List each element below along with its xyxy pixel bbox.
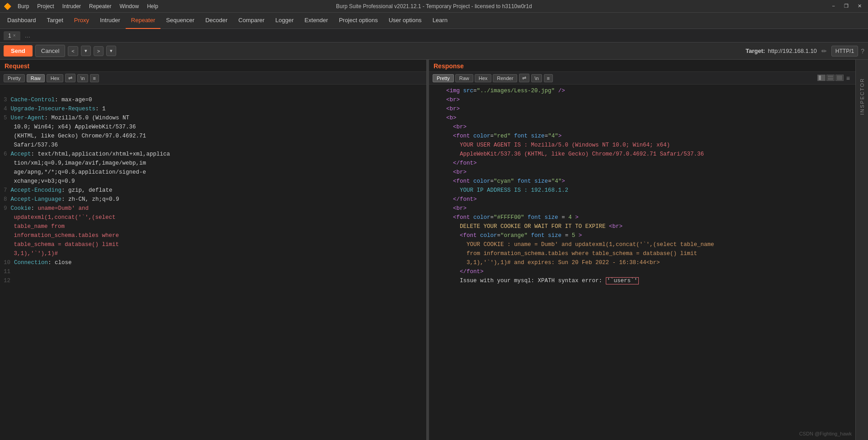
send-button[interactable]: Send	[4, 45, 33, 57]
edit-target-button[interactable]: ✏	[820, 47, 829, 56]
nav-dashboard[interactable]: Dashboard	[2, 13, 42, 29]
menu-help[interactable]: Help	[143, 2, 162, 10]
request-code-area[interactable]: 3Cache-Control: max-age=0 4Upgrade-Insec…	[0, 85, 426, 440]
http-version-selector[interactable]: HTTP/1	[831, 46, 858, 57]
close-button[interactable]: ✕	[855, 2, 864, 10]
nav-forward-button[interactable]: >	[94, 46, 104, 56]
layout-horizontal-icon[interactable]	[817, 75, 826, 81]
response-raw-btn[interactable]: Raw	[455, 74, 473, 82]
svg-rect-1	[821, 76, 824, 80]
response-render-btn[interactable]: Render	[493, 74, 517, 82]
target-url: http://192.168.1.10	[768, 47, 816, 54]
request-hex-btn[interactable]: Hex	[47, 74, 64, 82]
tab-overflow[interactable]: …	[22, 32, 33, 39]
layout-menu-icon[interactable]: ≡	[844, 75, 852, 82]
request-newline-icon[interactable]: \n	[77, 74, 88, 82]
nav-intruder[interactable]: Intruder	[94, 13, 126, 29]
layout-icons: ≡	[817, 75, 852, 82]
menu-repeater[interactable]: Repeater	[85, 2, 115, 10]
nav-learn[interactable]: Learn	[427, 13, 453, 29]
svg-rect-0	[819, 76, 821, 80]
svg-rect-2	[828, 76, 833, 77]
request-panel: Request Pretty Raw Hex ⇌ \n ≡ 3Cache-Con…	[0, 60, 427, 440]
svg-rect-4	[837, 76, 842, 80]
layout-single-icon[interactable]	[835, 75, 844, 81]
request-toolbar: Pretty Raw Hex ⇌ \n ≡	[0, 72, 426, 85]
nav-bar: Dashboard Target Proxy Intruder Repeater…	[0, 13, 868, 29]
tab-bar: 1 × …	[0, 29, 868, 43]
cancel-button[interactable]: Cancel	[35, 45, 65, 57]
response-code-area[interactable]: <img src="../images/Less-20.jpg" /> <br>…	[429, 85, 855, 440]
tab-1[interactable]: 1 ×	[4, 31, 20, 40]
nav-history-down-button[interactable]: ▾	[81, 46, 91, 56]
nav-proxy[interactable]: Proxy	[69, 13, 94, 29]
response-toolbar: Pretty Raw Hex Render ⇌ \n ≡ ≡	[429, 72, 855, 85]
panel-splitter[interactable]	[427, 60, 429, 440]
nav-sequencer[interactable]: Sequencer	[160, 13, 200, 29]
request-transform-icon[interactable]: ⇌	[65, 74, 75, 82]
toolbar: Send Cancel < ▾ > ▾ Target: http://192.1…	[0, 43, 868, 60]
minimize-button[interactable]: −	[830, 2, 838, 10]
help-button[interactable]: ?	[861, 47, 864, 55]
window-title: Burp Suite Professional v2021.12.1 - Tem…	[336, 3, 532, 9]
response-menu-icon[interactable]: ≡	[544, 74, 553, 82]
nav-target[interactable]: Target	[42, 13, 69, 29]
menu-burp[interactable]: Burp	[14, 2, 33, 10]
tab-label: 1	[8, 33, 11, 39]
nav-extender[interactable]: Extender	[299, 13, 334, 29]
response-newline-icon[interactable]: \n	[531, 74, 542, 82]
svg-rect-3	[828, 78, 833, 80]
nav-user-options[interactable]: User options	[383, 13, 427, 29]
request-panel-header: Request	[0, 60, 426, 72]
response-hex-btn[interactable]: Hex	[475, 74, 492, 82]
response-pretty-btn[interactable]: Pretty	[433, 74, 454, 82]
nav-back-button[interactable]: <	[68, 46, 78, 56]
request-menu-icon[interactable]: ≡	[90, 74, 99, 82]
layout-vertical-icon[interactable]	[826, 75, 835, 81]
nav-decoder[interactable]: Decoder	[200, 13, 233, 29]
nav-repeater[interactable]: Repeater	[126, 13, 160, 29]
nav-project-options[interactable]: Project options	[334, 13, 383, 29]
title-bar: 🔶 Burp Project Intruder Repeater Window …	[0, 0, 868, 13]
menu-window[interactable]: Window	[116, 2, 142, 10]
watermark: CSDN @Fighting_hawk	[799, 431, 852, 436]
response-panel: Response Pretty Raw Hex Render ⇌ \n ≡	[429, 60, 855, 440]
burp-icon: 🔶	[4, 3, 11, 10]
menu-bar: 🔶 Burp Project Intruder Repeater Window …	[4, 2, 162, 10]
error-highlight: '`users`'	[606, 277, 639, 284]
menu-project[interactable]: Project	[33, 2, 57, 10]
request-pretty-btn[interactable]: Pretty	[4, 74, 25, 82]
response-panel-header: Response	[429, 60, 855, 72]
menu-intruder[interactable]: Intruder	[59, 2, 85, 10]
nav-forward-down-button[interactable]: ▾	[106, 46, 116, 56]
restore-button[interactable]: ❐	[841, 2, 851, 10]
tab-close-icon[interactable]: ×	[13, 33, 16, 38]
nav-comparer[interactable]: Comparer	[233, 13, 270, 29]
target-label: Target:	[745, 47, 765, 54]
nav-logger[interactable]: Logger	[270, 13, 299, 29]
main-content: Request Pretty Raw Hex ⇌ \n ≡ 3Cache-Con…	[0, 60, 868, 440]
window-controls: − ❐ ✕	[830, 2, 864, 10]
response-view-buttons: Pretty Raw Hex Render	[433, 74, 517, 82]
inspector-label: INSPECTOR	[859, 78, 865, 115]
inspector-panel: INSPECTOR	[855, 60, 868, 440]
request-raw-btn[interactable]: Raw	[27, 74, 45, 82]
response-transform-icon[interactable]: ⇌	[519, 74, 529, 82]
